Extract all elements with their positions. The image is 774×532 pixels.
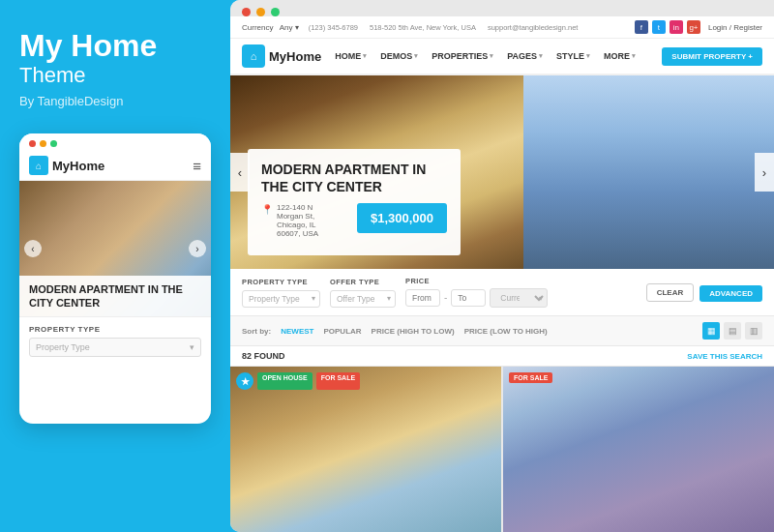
nav-style[interactable]: STYLE ▾ [556, 51, 590, 61]
mobile-property-type-section: PROPERTY TYPE Property Type ▾ [19, 316, 211, 365]
pin-icon: 📍 [261, 204, 273, 215]
nav-demos[interactable]: DEMOS ▾ [380, 51, 418, 61]
googleplus-icon[interactable]: g+ [687, 20, 700, 34]
site-logo: ⌂ MyHome [242, 44, 321, 68]
site-nav: ⌂ MyHome HOME ▾ DEMOS ▾ PROPERTIES ▾ PAG… [230, 39, 774, 75]
brand-subtitle: Theme [19, 63, 211, 88]
found-bar: 82 FOUND SAVE THIS SEARCH [230, 346, 774, 367]
mobile-property-type-select[interactable]: Property Type ▾ [29, 338, 201, 357]
property-cards: ★ OPEN HOUSE FOR SALE FOR SALE [230, 367, 774, 532]
left-panel: My Home Theme By TangibleDesign ⌂ MyHome… [0, 0, 230, 532]
brand-by: By TangibleDesign [19, 94, 211, 108]
mobile-hero-title: MODERN APARTMENT IN THE CITY CENTER [29, 282, 201, 310]
style-caret: ▾ [586, 52, 590, 60]
sort-popular[interactable]: POPULAR [323, 327, 361, 336]
mobile-hero: ‹ › MODERN APARTMENT IN THE CITY CENTER [19, 181, 211, 316]
mobile-dot-green [50, 140, 57, 147]
site-top-bar: Currency Any ▾ (123) 345-6789 518-520 5t… [230, 16, 774, 39]
list-view-icon[interactable]: ▤ [724, 322, 741, 340]
currency-select-field[interactable]: Currency [490, 288, 548, 308]
offer-type-select[interactable]: Offer Type [330, 290, 396, 308]
hero-city-image [523, 75, 774, 269]
submit-property-button[interactable]: SUBMIT PROPERTY + [662, 47, 762, 66]
offer-type-label: OFFER TYPE [330, 278, 396, 286]
right-panel: Currency Any ▾ (123) 345-6789 518-520 5t… [230, 0, 774, 532]
nav-more[interactable]: MORE ▾ [604, 51, 636, 61]
view-icons: ▦ ▤ ▥ [702, 322, 762, 340]
price-to-input[interactable] [451, 289, 486, 307]
property-card-2[interactable]: FOR SALE [503, 367, 774, 532]
demos-caret: ▾ [414, 52, 418, 60]
address-text: 122-140 N Morgan St, Chicago, IL 60607, … [277, 203, 340, 238]
clear-button[interactable]: CLEAR [646, 283, 695, 302]
properties-caret: ▾ [490, 52, 493, 60]
mobile-prev-arrow[interactable]: ‹ [24, 240, 42, 257]
hero-property-title: MODERN APARTMENT IN THE CITY CENTER [261, 161, 447, 195]
mobile-next-arrow[interactable]: › [189, 240, 206, 257]
mobile-dots [29, 140, 57, 147]
property-type-select[interactable]: Property Type [242, 290, 320, 308]
currency-label: Currency [242, 23, 273, 32]
social-icons: f t in g+ [635, 20, 700, 34]
property-type-group: PROPERTY TYPE Property Type [242, 278, 320, 308]
mobile-logo-text: MyHome [52, 159, 104, 173]
mobile-dot-red [29, 140, 36, 147]
home-caret: ▾ [363, 52, 367, 60]
property-card-1-image [230, 367, 501, 532]
property-card-2-image [503, 367, 774, 532]
more-caret: ▾ [632, 52, 636, 60]
nav-properties[interactable]: PROPERTIES ▾ [432, 51, 493, 61]
currency-value: Any ▾ [280, 23, 299, 32]
facebook-icon[interactable]: f [635, 20, 648, 34]
sort-price-low[interactable]: PRICE (LOW TO HIGH) [464, 327, 548, 336]
mobile-property-type-placeholder: Property Type [36, 342, 90, 352]
phone-number: (123) 345-6789 [309, 23, 358, 32]
price-dash: - [444, 292, 447, 303]
sort-label: Sort by: [242, 327, 271, 336]
site-logo-text: MyHome [269, 49, 321, 64]
brand-title: My Home [19, 29, 211, 63]
property-card-1[interactable]: ★ OPEN HOUSE FOR SALE [230, 367, 501, 532]
nav-home[interactable]: HOME ▾ [335, 51, 367, 61]
mobile-property-type-caret: ▾ [190, 342, 194, 352]
currency-select[interactable]: Currency Any ▾ [242, 23, 299, 32]
mobile-logo: ⌂ MyHome [29, 156, 104, 175]
offer-type-group: OFFER TYPE Offer Type [330, 278, 396, 308]
save-search-link[interactable]: SAVE THIS SEARCH [687, 352, 762, 361]
search-bar: PROPERTY TYPE Property Type OFFER TYPE O… [230, 269, 774, 316]
contact-info: (123) 345-6789 518-520 5th Ave, New York… [309, 23, 579, 32]
mobile-hamburger-icon[interactable]: ≡ [193, 158, 201, 174]
instagram-icon[interactable]: in [670, 20, 683, 34]
offer-type-select-wrap: Offer Type [330, 288, 396, 308]
grid-view-icon[interactable]: ▦ [702, 322, 720, 340]
hero-next-arrow[interactable]: › [755, 153, 774, 192]
for-sale-badge-2: FOR SALE [509, 372, 552, 383]
hero-prev-arrow[interactable]: ‹ [230, 153, 250, 192]
pages-caret: ▾ [539, 52, 543, 60]
top-bar-right: f t in g+ Login / Register [635, 20, 762, 34]
price-from-input[interactable] [405, 289, 440, 307]
featured-star-icon: ★ [236, 372, 253, 390]
top-bar-left: Currency Any ▾ (123) 345-6789 518-520 5t… [242, 23, 578, 32]
hero-price-button[interactable]: $1,300,000 [357, 203, 447, 233]
map-view-icon[interactable]: ▥ [745, 322, 762, 340]
twitter-icon[interactable]: t [652, 20, 666, 34]
nav-pages[interactable]: PAGES ▾ [507, 51, 543, 61]
sort-price-high[interactable]: PRICE (HIGH TO LOW) [372, 327, 455, 336]
currency-select-wrap: Currency [490, 287, 548, 308]
login-link[interactable]: Login / Register [708, 23, 762, 32]
mobile-mockup: ⌂ MyHome ≡ ‹ › MODERN APARTMENT IN THE C… [19, 133, 211, 424]
mobile-property-type-label: PROPERTY TYPE [29, 325, 201, 334]
hero-property-card: MODERN APARTMENT IN THE CITY CENTER 📍 12… [248, 149, 461, 255]
browser-dot-red [242, 8, 251, 16]
price-label: PRICE [405, 277, 548, 285]
advanced-button[interactable]: ADVANCED [700, 285, 762, 302]
browser-chrome [230, 0, 774, 16]
property-type-select-wrap: Property Type [242, 288, 320, 308]
site-logo-icon: ⌂ [242, 44, 265, 68]
mobile-dot-yellow [40, 140, 46, 147]
browser-dot-yellow [256, 8, 265, 16]
mobile-nav: ⌂ MyHome ≡ [19, 151, 211, 181]
search-actions: CLEAR ADVANCED [646, 283, 762, 302]
sort-newest[interactable]: NEWEST [281, 327, 313, 336]
